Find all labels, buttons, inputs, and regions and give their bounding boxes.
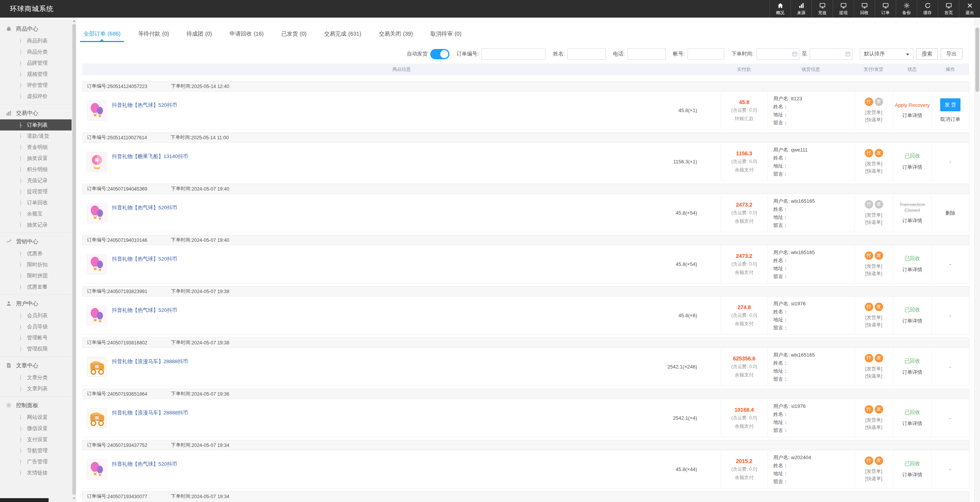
order-no-input[interactable] — [481, 48, 546, 60]
date-from-input[interactable] — [756, 48, 799, 60]
sidebar-item[interactable]: 退款/退货 — [0, 130, 72, 142]
product-name-link[interactable]: 抖音礼物【热气球】520抖币 — [112, 256, 177, 262]
product-image[interactable] — [87, 460, 107, 479]
sidebar-scrollbar[interactable]: ▲ ▼ — [72, 18, 77, 502]
express-doc-link[interactable]: [快递单] — [865, 168, 882, 175]
sidebar-item[interactable]: 抽奖设置 — [0, 153, 72, 164]
product-name-link[interactable]: 抖音礼物【浪漫马车】28888抖币 — [112, 409, 188, 416]
sidebar-section-header[interactable]: 控制面板 — [0, 399, 77, 412]
sidebar-item[interactable]: 抽奖记录 — [0, 219, 72, 230]
delete-link[interactable]: 删除 — [946, 210, 956, 217]
topbar-item[interactable]: 订单 — [875, 0, 896, 18]
order-detail-link[interactable]: 订单详情 — [902, 112, 922, 119]
order-tab[interactable]: 取消待审 (0) — [431, 23, 462, 44]
product-name-link[interactable]: 抖音礼物【热气球】520抖币 — [112, 461, 177, 468]
sidebar-item[interactable]: 优惠套餐 — [0, 281, 72, 292]
sidebar-item[interactable]: 友情链接 — [0, 467, 72, 478]
page-scrollbar[interactable] — [974, 18, 980, 502]
shipping-doc-link[interactable]: [发货单] — [865, 160, 882, 168]
express-doc-link[interactable]: [快递单] — [865, 475, 882, 482]
phone-input[interactable] — [627, 48, 666, 60]
sidebar-section-header[interactable]: 营销中心 — [0, 235, 77, 248]
topbar-item[interactable]: 充值 — [812, 0, 833, 18]
express-doc-link[interactable]: [快递单] — [865, 219, 882, 226]
sidebar-item[interactable]: 文章分类 — [0, 372, 72, 383]
sidebar-item[interactable]: 网站设置 — [0, 412, 72, 423]
shipping-doc-link[interactable]: [发货单] — [865, 468, 882, 475]
shipping-doc-link[interactable]: [发货单] — [865, 212, 882, 219]
order-tab[interactable]: 交易关闭 (39) — [379, 23, 413, 44]
sort-select[interactable]: 默认排序 — [860, 48, 913, 60]
order-tab[interactable]: 交易完成 (631) — [324, 23, 361, 44]
ship-button[interactable]: 发 货 — [940, 98, 961, 111]
order-tab[interactable]: 申请回收 (16) — [230, 23, 264, 44]
sidebar-item[interactable]: 导航管理 — [0, 445, 72, 456]
sidebar-item[interactable]: 资金明细 — [0, 142, 72, 153]
sidebar-item[interactable]: 评价管理 — [0, 80, 72, 91]
date-to-input[interactable] — [810, 48, 853, 60]
topbar-item[interactable]: 缓存 — [917, 0, 938, 18]
sidebar-item[interactable]: 会员列表 — [0, 310, 72, 321]
product-image[interactable] — [87, 203, 107, 223]
sidebar-section-header[interactable]: 商品中心 — [0, 22, 77, 35]
sidebar-item[interactable]: 微信设置 — [0, 423, 72, 434]
sidebar-item[interactable]: 优惠券 — [0, 248, 72, 259]
sidebar-item[interactable]: 限时折扣 — [0, 259, 72, 270]
sidebar-item[interactable]: 提现管理 — [0, 186, 72, 197]
shipping-doc-link[interactable]: [发货单] — [865, 417, 882, 424]
product-image[interactable] — [87, 152, 107, 172]
sidebar-item[interactable]: 会员等级 — [0, 321, 72, 332]
product-name-link[interactable]: 抖音礼物【浪漫马车】28888抖币 — [112, 358, 188, 365]
order-tab[interactable]: 已发货 (0) — [281, 23, 307, 44]
account-input[interactable] — [688, 48, 724, 60]
product-image[interactable] — [87, 101, 107, 121]
shipping-doc-link[interactable]: [发货单] — [865, 109, 882, 116]
shipping-doc-link[interactable]: [发货单] — [865, 314, 882, 321]
product-name-link[interactable]: 抖音礼物【热气球】520抖币 — [112, 204, 177, 211]
sidebar-item[interactable]: 管理帐号 — [0, 332, 72, 343]
product-name-link[interactable]: 抖音礼物【糖果飞船】13140抖币 — [112, 153, 188, 160]
sidebar-item[interactable]: 商品分类 — [0, 46, 72, 57]
product-name-link[interactable]: 抖音礼物【热气球】520抖币 — [112, 102, 177, 109]
order-tab[interactable]: 待成团 (0) — [187, 23, 212, 44]
auto-ship-toggle[interactable] — [430, 49, 449, 59]
sidebar-scroll-thumb[interactable] — [72, 24, 76, 495]
sidebar-item[interactable]: 商品列表 — [0, 35, 72, 46]
express-doc-link[interactable]: [快递单] — [865, 373, 882, 380]
sidebar-section-header[interactable]: 文章中心 — [0, 359, 77, 372]
topbar-item[interactable]: 备份 — [896, 0, 917, 18]
order-detail-link[interactable]: 订单详情 — [902, 217, 922, 224]
sidebar-item[interactable]: 虚拟评价 — [0, 91, 72, 102]
shipping-doc-link[interactable]: [发货单] — [865, 365, 882, 373]
cancel-order-link[interactable]: 取消订单 — [941, 116, 960, 123]
express-doc-link[interactable]: [快递单] — [865, 116, 882, 124]
product-image[interactable] — [87, 254, 107, 274]
topbar-item[interactable]: 概况 — [769, 0, 791, 18]
order-tab[interactable]: 全部订单 (686) — [83, 23, 121, 44]
topbar-item[interactable]: 首页 — [938, 0, 959, 18]
express-doc-link[interactable]: [快递单] — [865, 270, 882, 277]
express-doc-link[interactable]: [快递单] — [865, 321, 882, 329]
sidebar-item[interactable]: 积分明细 — [0, 164, 72, 175]
sidebar-item[interactable]: 充值记录 — [0, 175, 72, 186]
export-button[interactable]: 导出 — [941, 48, 962, 60]
sidebar-item[interactable]: 广告管理 — [0, 456, 72, 467]
topbar-item[interactable]: 来源 — [791, 0, 812, 18]
sidebar-item[interactable]: 订单列表 — [0, 119, 72, 130]
search-button[interactable]: 搜索 — [916, 48, 938, 60]
scroll-up-icon[interactable]: ▲ — [72, 19, 77, 23]
product-image[interactable] — [87, 408, 107, 428]
topbar-item[interactable]: 回收 — [854, 0, 875, 18]
order-detail-link[interactable]: 订单详情 — [902, 266, 922, 273]
order-detail-link[interactable]: 订单详情 — [902, 318, 922, 324]
sidebar-item[interactable]: 限时拼团 — [0, 270, 72, 281]
express-doc-link[interactable]: [快递单] — [865, 424, 882, 431]
order-detail-link[interactable]: 订单详情 — [902, 471, 922, 478]
order-tab[interactable]: 等待付款 (0) — [138, 23, 169, 44]
order-detail-link[interactable]: 订单详情 — [902, 369, 922, 376]
sidebar-item[interactable]: 余额宝 — [0, 208, 72, 219]
sidebar-item[interactable]: 文章列表 — [0, 383, 72, 394]
page-scroll-thumb[interactable] — [975, 28, 979, 92]
product-name-link[interactable]: 抖音礼物【热气球】520抖币 — [112, 307, 177, 314]
topbar-item[interactable]: 提现 — [833, 0, 854, 18]
